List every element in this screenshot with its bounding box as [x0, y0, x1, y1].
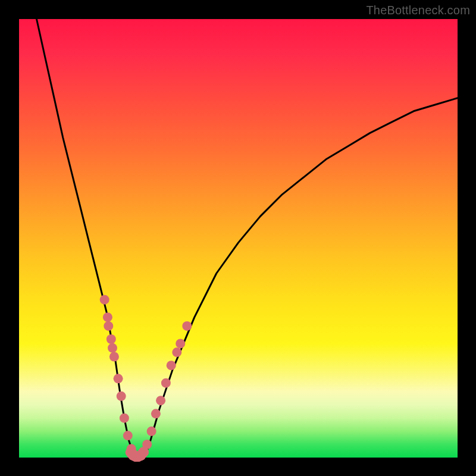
- svg-point-9: [123, 431, 133, 440]
- svg-point-6: [114, 374, 123, 383]
- svg-point-4: [108, 343, 117, 353]
- highlight-dots: [100, 295, 192, 461]
- svg-point-3: [107, 334, 116, 344]
- svg-point-18: [156, 396, 165, 405]
- plot-area: [19, 19, 458, 458]
- bottleneck-curve: [37, 19, 458, 458]
- svg-point-2: [104, 321, 113, 331]
- svg-point-1: [103, 312, 112, 322]
- svg-point-21: [172, 347, 181, 357]
- svg-point-15: [142, 440, 152, 449]
- svg-point-8: [120, 414, 129, 423]
- svg-point-20: [167, 361, 176, 370]
- svg-point-0: [100, 295, 109, 305]
- svg-point-22: [176, 339, 185, 348]
- chart-frame: TheBottleneck.com: [0, 0, 476, 476]
- curve-svg: [19, 19, 458, 458]
- svg-point-16: [147, 427, 156, 436]
- watermark-text: TheBottleneck.com: [366, 4, 470, 17]
- svg-point-7: [117, 392, 126, 401]
- svg-point-23: [182, 321, 192, 331]
- svg-point-5: [109, 352, 119, 362]
- svg-point-17: [151, 409, 161, 418]
- svg-point-19: [161, 378, 171, 388]
